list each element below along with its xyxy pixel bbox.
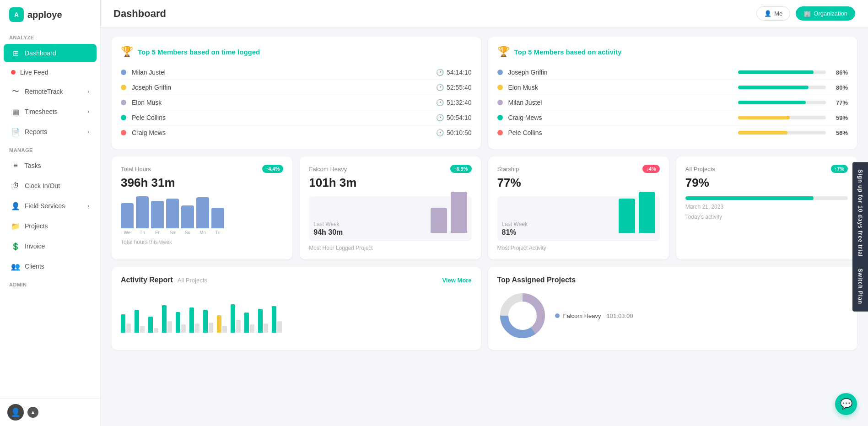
stat-progress — [685, 196, 848, 200]
chevron-right-icon: › — [87, 129, 89, 135]
member-name: Milan Justel — [132, 69, 436, 76]
clock-icon: 🕐 — [436, 84, 444, 91]
stat-label: Starship — [497, 166, 519, 173]
member-name: Milan Justel — [508, 99, 739, 106]
stat-label: Total Hours — [121, 166, 151, 173]
field-services-icon: 👤 — [11, 201, 20, 210]
trophy-icon: 🏆 — [497, 46, 510, 58]
sidebar-item-clients[interactable]: 👥 Clients — [4, 257, 97, 275]
sidebar-item-invoice[interactable]: 💲 Invoice — [4, 237, 97, 255]
activity-pct: 80% — [831, 84, 848, 91]
stats-row: Total Hours ↑4.4% 396h 31m We Th Fr — [112, 156, 857, 259]
member-name: Pele Collins — [508, 129, 739, 136]
main-content: Dashboard 👤 Me 🏢 Organization 🏆 Top 5 Me… — [101, 0, 868, 426]
member-dot — [497, 85, 503, 90]
legend-item: Falcom Heavy 101:03:00 — [555, 313, 633, 319]
member-name: Elon Musk — [132, 99, 436, 106]
clock-icon: 🕐 — [436, 129, 444, 136]
clock-icon: 🕐 — [436, 99, 444, 106]
member-dot — [121, 85, 126, 90]
member-name: Craig Mews — [132, 129, 436, 136]
proj-title: Top Assigned Projects — [497, 276, 848, 284]
sidebar-item-field-services[interactable]: 👤 Field Services › — [4, 197, 97, 215]
member-time: 50:54:10 — [447, 114, 472, 121]
proj-legend: Falcom Heavy 101:03:00 — [555, 313, 633, 319]
sidebar-item-reports[interactable]: 📄 Reports › — [4, 123, 97, 141]
sidebar-item-tasks[interactable]: ≡ Tasks — [4, 156, 97, 175]
bar-chart — [121, 196, 283, 228]
sidebar-item-timesheets[interactable]: ▦ Timesheets › — [4, 102, 97, 121]
sidebar-item-clock[interactable]: ⏱ Clock In/Out — [4, 177, 97, 195]
last-week-label: Last Week — [313, 221, 426, 227]
top5-time-list: Milan Justel 🕐54:14:10 Joseph Griffin 🕐5… — [121, 65, 472, 140]
member-row: Craig Mews 59% — [497, 110, 848, 125]
member-row: Elon Musk 🕐51:32:40 — [121, 95, 472, 110]
sidebar-item-remote-track[interactable]: 〜 RemoteTrack › — [4, 82, 97, 101]
sidebar-item-label: Field Services — [25, 202, 65, 210]
bar-label: We — [121, 230, 134, 235]
avatar-up-btn[interactable]: ▲ — [27, 407, 38, 418]
sidebar-item-label: Tasks — [25, 162, 41, 169]
ar-title: Activity Report — [121, 276, 173, 284]
legend-time: 101:03:00 — [607, 313, 633, 319]
chevron-right-icon: › — [87, 108, 89, 115]
chevron-right-icon: › — [87, 203, 89, 209]
total-hours-card: Total Hours ↑4.4% 396h 31m We Th Fr — [112, 156, 292, 259]
stat-value: 101h 3m — [309, 176, 471, 190]
sidebar-item-label: Reports — [25, 128, 47, 135]
last-week-val: 94h 30m — [313, 228, 426, 237]
falcom-chart: Last Week 94h 30m — [309, 196, 471, 241]
view-more-link[interactable]: View More — [442, 277, 471, 284]
section-manage: Manage — [0, 142, 100, 156]
section-admin: Admin — [0, 276, 100, 290]
page-title: Dashboard — [113, 8, 751, 20]
trial-banner[interactable]: Sign up for 10 days free trial — [852, 162, 868, 264]
member-dot — [121, 100, 126, 105]
me-button[interactable]: 👤 Me — [756, 6, 790, 21]
stat-value: 77% — [497, 176, 660, 190]
activity-bars — [121, 291, 472, 333]
clients-icon: 👥 — [11, 262, 20, 271]
bar-label: Su — [181, 230, 194, 235]
clock-icon: ⏱ — [11, 181, 20, 190]
bar-label: Tu — [211, 230, 224, 235]
activity-report-card: Activity Report All Projects View More — [112, 267, 481, 350]
header: Dashboard 👤 Me 🏢 Organization — [101, 0, 868, 27]
stat-sublabel: Most Project Activity — [497, 245, 660, 251]
sidebar-bottom: 👤 ▲ — [0, 398, 100, 426]
member-name: Joseph Griffin — [508, 69, 739, 76]
bar-label: Fr — [151, 230, 164, 235]
sidebar-item-dashboard[interactable]: ⊞ Dashboard — [4, 44, 97, 62]
sidebar-item-label: Live Feed — [20, 69, 48, 76]
stat-sublabel: Total hours this week — [121, 239, 283, 245]
bar-label: Sa — [166, 230, 179, 235]
sidebar-item-projects[interactable]: 📁 Projects — [4, 217, 97, 235]
member-dot — [497, 115, 503, 120]
starship-card: Starship ↓4% 77% Last Week 81% Most Proj… — [488, 156, 669, 259]
member-row: Joseph Griffin 86% — [497, 65, 848, 80]
falcom-heavy-card: Falcom Heavy ↑6.9% 101h 3m Last Week 94h… — [300, 156, 480, 259]
logo-text: apploye — [27, 10, 62, 20]
stat-label: All Projects — [685, 166, 715, 173]
sidebar-item-label: Clients — [25, 263, 44, 270]
last-week-val: 81% — [502, 228, 614, 237]
member-dot — [497, 70, 503, 75]
bottom-row: Activity Report All Projects View More — [112, 267, 857, 350]
member-name: Craig Mews — [508, 114, 739, 121]
chevron-right-icon: › — [87, 88, 89, 95]
organization-button[interactable]: 🏢 Organization — [796, 6, 855, 21]
sidebar-item-label: RemoteTrack — [25, 88, 63, 95]
activity-pct: 59% — [831, 114, 848, 121]
org-label: Organization — [814, 10, 847, 17]
switch-plan-banner[interactable]: Switch Plan — [852, 261, 868, 311]
activity-pct: 86% — [831, 69, 848, 76]
trophy-icon: 🏆 — [121, 46, 133, 58]
stat-label: Falcom Heavy — [309, 166, 347, 173]
dashboard-content: 🏆 Top 5 Members based on time logged Mil… — [101, 27, 868, 359]
chat-button[interactable]: 💬 — [835, 393, 857, 415]
member-name: Joseph Griffin — [132, 84, 436, 91]
stat-value: 396h 31m — [121, 176, 283, 190]
logo: A apploye — [0, 0, 100, 29]
sidebar-item-live-feed[interactable]: Live Feed — [4, 64, 97, 81]
top5-row: 🏆 Top 5 Members based on time logged Mil… — [112, 37, 857, 149]
